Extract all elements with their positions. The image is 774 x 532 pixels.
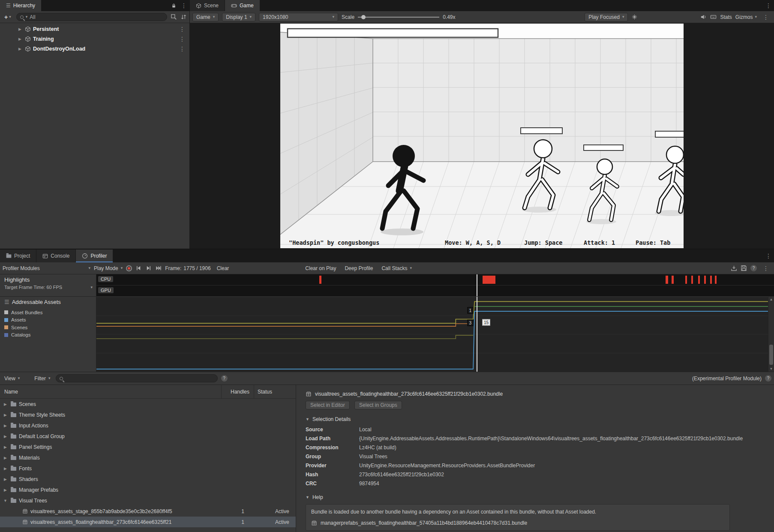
table-row[interactable]: ▶Scenes xyxy=(0,399,296,409)
tab-hierarchy[interactable]: ☰ Hierarchy xyxy=(0,0,42,11)
frame-spike[interactable] xyxy=(685,276,687,284)
clear-on-play-toggle[interactable]: Clear on Play xyxy=(303,264,339,272)
frame-spike[interactable] xyxy=(319,276,321,284)
table-row-selected[interactable]: visualtrees_assets_floatinghealthbar_273… xyxy=(0,517,296,527)
chevron-right-icon[interactable]: ▶ xyxy=(3,424,8,428)
help-icon[interactable]: ? xyxy=(765,375,771,382)
clear-button[interactable]: Clear xyxy=(214,264,232,272)
play-focused-dropdown[interactable]: Play Focused▾ xyxy=(585,13,628,21)
audio-mute-icon[interactable] xyxy=(700,14,707,20)
table-row[interactable]: ▶Shaders xyxy=(0,474,296,484)
cpu-track[interactable]: CPU xyxy=(96,274,774,286)
legend-catalogs[interactable]: Catalogs xyxy=(4,331,93,339)
chevron-right-icon[interactable]: ▶ xyxy=(3,445,8,449)
chevron-right-icon[interactable]: ▶ xyxy=(3,402,8,406)
drag-handle-icon[interactable]: ☰ xyxy=(4,299,9,305)
frame-spike[interactable] xyxy=(691,276,693,284)
frame-spike[interactable] xyxy=(672,276,674,284)
column-name[interactable]: Name xyxy=(0,389,221,395)
table-row[interactable]: ▼Visual Trees xyxy=(0,495,296,506)
lock-icon[interactable] xyxy=(169,0,178,11)
filter-dropdown[interactable]: Filter▾ xyxy=(33,376,52,382)
help-icon[interactable]: ? xyxy=(221,375,228,382)
frame-spike[interactable] xyxy=(698,276,700,284)
frame-spike[interactable] xyxy=(666,276,668,284)
load-profile-icon[interactable] xyxy=(731,265,737,271)
addressables-chart[interactable]: ▲ ▼ 1315 xyxy=(96,297,774,372)
scene-options-kebab-icon[interactable]: ⋮ xyxy=(177,45,188,52)
game-aspect-dropdown[interactable]: Game▾ xyxy=(192,13,219,21)
chevron-down-icon[interactable]: ▼ xyxy=(3,499,8,503)
legend-scenes[interactable]: Scenes xyxy=(4,324,93,331)
hierarchy-item-dontdestroyonload[interactable]: ▶ DontDestroyOnLoad ⋮ xyxy=(0,44,189,54)
scroll-down-icon[interactable]: ▼ xyxy=(768,367,774,371)
hierarchy-item-training[interactable]: ▶ Training ⋮ xyxy=(0,34,189,44)
chevron-right-icon[interactable]: ▶ xyxy=(3,456,8,460)
highlights-title[interactable]: Highlights xyxy=(4,277,93,283)
highlights-tracks[interactable]: CPU GPU xyxy=(96,274,774,296)
frame-spike[interactable] xyxy=(483,276,495,284)
scale-slider[interactable] xyxy=(358,14,439,21)
scale-slider-thumb[interactable] xyxy=(361,15,366,19)
gizmos-dropdown[interactable]: Gizmos▾ xyxy=(735,14,757,20)
chevron-right-icon[interactable]: ▶ xyxy=(3,477,8,481)
play-mode-dropdown[interactable]: Play Mode▾ xyxy=(94,265,123,271)
select-in-groups-button[interactable]: Select in Groups xyxy=(354,401,402,409)
resolution-dropdown[interactable]: 1920x1080▾ xyxy=(259,13,338,21)
chevron-right-icon[interactable]: ▶ xyxy=(3,434,8,439)
addressables-header[interactable]: ☰ Addressable Assets xyxy=(4,299,93,305)
profiler-modules-dropdown[interactable]: Profiler Modules▾ xyxy=(3,265,90,271)
scrollbar-thumb[interactable] xyxy=(769,345,773,365)
display-dropdown[interactable]: Display 1▾ xyxy=(222,13,255,21)
record-button[interactable] xyxy=(126,265,132,271)
hierarchy-search-input[interactable]: ▾ All xyxy=(16,13,167,21)
chevron-right-icon[interactable]: ▶ xyxy=(3,466,8,471)
chevron-right-icon[interactable]: ▶ xyxy=(17,27,23,31)
last-frame-icon[interactable] xyxy=(155,265,162,271)
chevron-right-icon[interactable]: ▶ xyxy=(17,47,23,51)
next-frame-icon[interactable] xyxy=(145,265,152,271)
stats-button[interactable]: Stats xyxy=(720,14,732,20)
game-panel-kebab-icon[interactable]: ⋮ xyxy=(763,0,774,11)
game-toolbar-kebab-icon[interactable]: ⋮ xyxy=(760,14,771,21)
help-icon[interactable]: ? xyxy=(750,265,757,271)
table-row[interactable]: ▶Fonts xyxy=(0,463,296,474)
game-viewport[interactable]: "Headspin" by congusbongus Move: W, A, S… xyxy=(280,24,684,248)
chevron-right-icon[interactable]: ▶ xyxy=(17,37,23,41)
frame-spike[interactable] xyxy=(704,276,706,284)
sort-order-icon[interactable] xyxy=(180,14,187,20)
table-row[interactable]: ▶Input Actions xyxy=(0,420,296,431)
hierarchy-menu-kebab-icon[interactable]: ⋮ xyxy=(178,0,189,11)
table-row[interactable]: ▶Theme Style Sheets xyxy=(0,409,296,420)
selection-details-foldout[interactable]: ▼ Selection Details xyxy=(306,416,765,422)
chevron-right-icon[interactable]: ▶ xyxy=(3,488,8,492)
table-row[interactable]: ▶Materials xyxy=(0,452,296,463)
tab-scene[interactable]: Scene xyxy=(190,0,225,11)
shortcuts-keyboard-icon[interactable] xyxy=(710,14,717,20)
chevron-right-icon[interactable]: ▶ xyxy=(3,413,8,417)
search-by-type-icon[interactable] xyxy=(171,14,177,20)
legend-asset-bundles[interactable]: Asset Bundles xyxy=(4,309,93,316)
playhead[interactable] xyxy=(477,297,477,372)
scene-options-kebab-icon[interactable]: ⋮ xyxy=(177,36,188,42)
scene-options-kebab-icon[interactable]: ⋮ xyxy=(177,26,188,33)
target-frame-time-dropdown[interactable]: Target Frame Time: 60 FPS ▾ xyxy=(4,285,93,290)
gpu-track[interactable]: GPU xyxy=(96,286,774,297)
column-handles[interactable]: Handles xyxy=(221,385,254,398)
table-row[interactable]: ▶Default Local Group xyxy=(0,431,296,442)
call-stacks-dropdown[interactable]: Call Stacks▾ xyxy=(379,264,414,272)
dependency-bundle-row[interactable]: managerprefabs_assets_floatinghealthbar_… xyxy=(311,520,724,526)
tab-project[interactable]: Project xyxy=(0,249,36,262)
table-row[interactable]: ▶Panel Settings xyxy=(0,442,296,452)
particles-toggle-icon[interactable] xyxy=(631,14,638,20)
save-profile-icon[interactable] xyxy=(741,265,747,271)
deep-profile-toggle[interactable]: Deep Profile xyxy=(342,264,375,272)
table-row[interactable]: ▶Manager Prefabs xyxy=(0,484,296,495)
scroll-up-icon[interactable]: ▲ xyxy=(768,298,774,301)
tab-profiler[interactable]: Profiler xyxy=(76,249,113,262)
frame-spike[interactable] xyxy=(710,276,712,284)
table-row[interactable]: visualtrees_assets_stage_855b7ab9abde35e… xyxy=(0,506,296,517)
help-foldout[interactable]: ▼ Help xyxy=(306,494,765,500)
legend-assets[interactable]: Assets xyxy=(4,316,93,324)
profiler-toolbar-kebab-icon[interactable]: ⋮ xyxy=(760,265,771,272)
